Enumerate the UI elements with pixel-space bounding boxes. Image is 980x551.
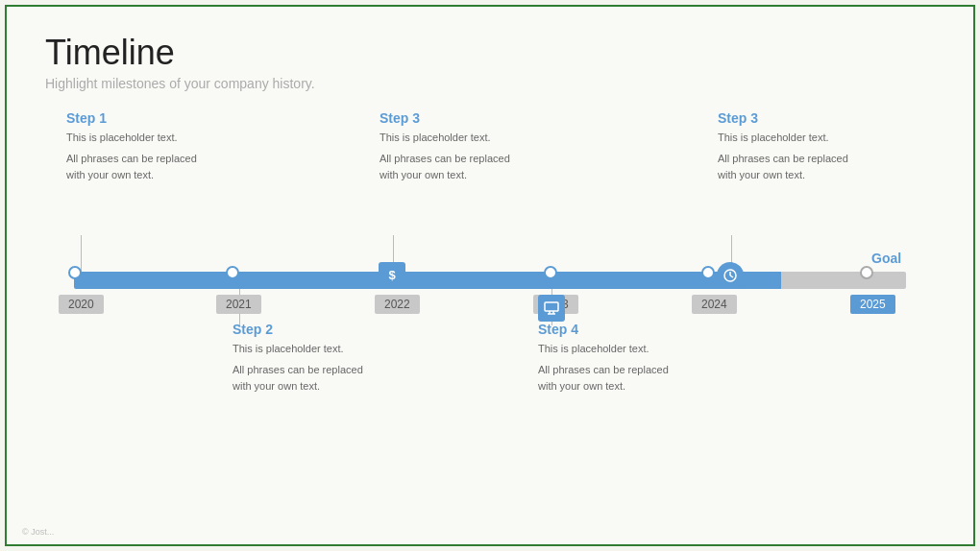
page-subtitle: Highlight milestones of your company his… bbox=[45, 76, 935, 91]
dot-goal bbox=[860, 266, 873, 279]
step3a-text1: This is placeholder text. bbox=[380, 130, 562, 146]
timeline-area: Step 1 This is placeholder text. All phr… bbox=[45, 110, 935, 418]
step4-text2: All phrases can be replacedwith your own… bbox=[538, 362, 721, 394]
step2-label: Step 2 bbox=[233, 322, 415, 337]
card-step4: Step 4 This is placeholder text. All phr… bbox=[538, 322, 721, 395]
card-step2: Step 2 This is placeholder text. All phr… bbox=[233, 322, 415, 395]
step3a-text2: All phrases can be replacedwith your own… bbox=[380, 151, 562, 182]
monitor-icon bbox=[538, 295, 565, 322]
year-2025: 2025 bbox=[850, 295, 895, 314]
step2-text2: All phrases can be replacedwith your own… bbox=[233, 362, 415, 394]
step3b-text2: All phrases can be replacedwith your own… bbox=[718, 151, 900, 182]
year-2024: 2024 bbox=[692, 295, 737, 314]
timeline-bar bbox=[74, 272, 906, 289]
year-2022: 2022 bbox=[375, 295, 420, 314]
dot-2024 bbox=[701, 266, 715, 279]
step4-label: Step 4 bbox=[538, 322, 721, 337]
slide: Timeline Highlight milestones of your co… bbox=[5, 5, 975, 546]
svg-rect-3 bbox=[545, 302, 558, 311]
dot-2021 bbox=[226, 266, 239, 279]
connector-step1 bbox=[81, 235, 82, 272]
step4-text1: This is placeholder text. bbox=[538, 341, 721, 357]
dollar-icon: $ bbox=[379, 262, 405, 289]
step1-text2: All phrases can be replacedwith your own… bbox=[66, 151, 249, 182]
goal-label: Goal bbox=[871, 251, 901, 266]
step3a-label: Step 3 bbox=[380, 110, 562, 126]
step3b-text1: This is placeholder text. bbox=[718, 130, 900, 146]
step2-text1: This is placeholder text. bbox=[233, 341, 415, 357]
card-step1: Step 1 This is placeholder text. All phr… bbox=[66, 110, 249, 183]
page-title: Timeline bbox=[45, 34, 935, 72]
card-step3a: Step 3 This is placeholder text. All phr… bbox=[380, 110, 562, 183]
dot-2023 bbox=[544, 266, 557, 279]
step1-label: Step 1 bbox=[66, 110, 249, 126]
step3b-label: Step 3 bbox=[718, 110, 900, 126]
card-step3b: Step 3 This is placeholder text. All phr… bbox=[718, 110, 900, 183]
clock-icon bbox=[717, 262, 744, 289]
dot-2020 bbox=[68, 266, 82, 279]
year-2021: 2021 bbox=[216, 295, 261, 314]
step1-text1: This is placeholder text. bbox=[66, 130, 249, 146]
watermark: © Jost... bbox=[22, 527, 54, 537]
year-2020: 2020 bbox=[59, 295, 104, 314]
svg-line-2 bbox=[730, 276, 733, 277]
